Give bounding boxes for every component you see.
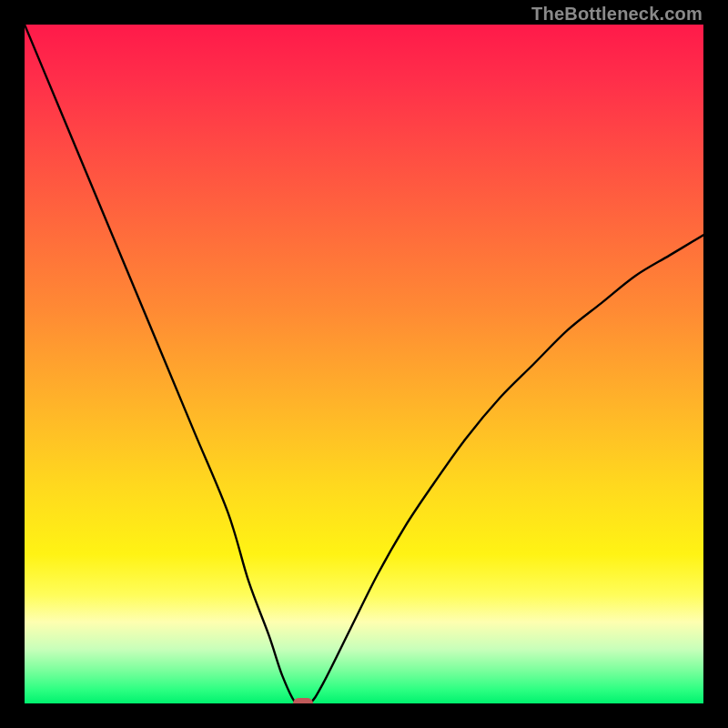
watermark-text: TheBottleneck.com bbox=[531, 4, 703, 25]
minimum-marker bbox=[293, 698, 313, 703]
curve-svg bbox=[25, 25, 703, 703]
plot-area bbox=[25, 25, 703, 703]
bottleneck-curve bbox=[25, 25, 703, 703]
chart-frame: TheBottleneck.com bbox=[0, 0, 728, 728]
